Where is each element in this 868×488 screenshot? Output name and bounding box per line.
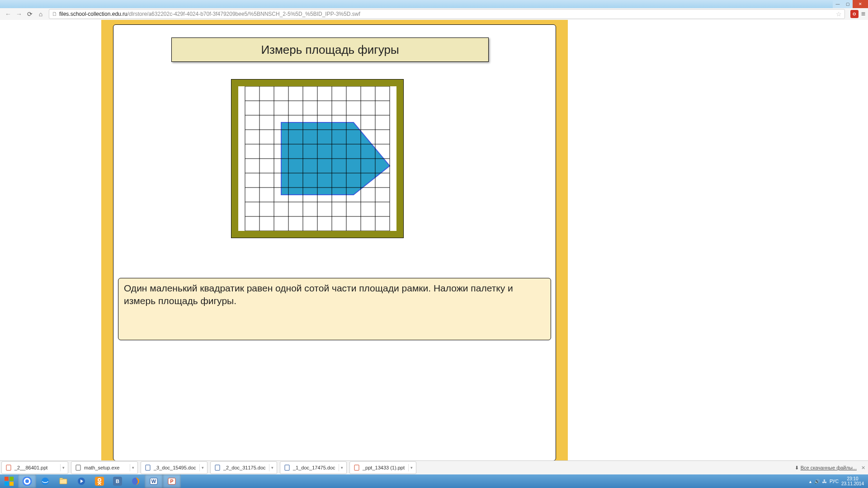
browser-toolbar: ← → ⟳ ⌂ 🗋 files.school-collection.edu.ru… <box>0 8 658 20</box>
reload-button[interactable]: ⟳ <box>25 9 34 19</box>
slide-background: Измерь площадь фигуры Один маленький ква… <box>101 20 568 369</box>
page-content: Измерь площадь фигуры Один маленький ква… <box>0 20 658 369</box>
address-bar[interactable]: 🗋 files.school-collection.edu.ru /dlrsto… <box>49 9 658 19</box>
description-box: Один маленький квадратик равен одной сот… <box>118 278 551 340</box>
home-button[interactable]: ⌂ <box>36 9 45 19</box>
window-titlebar: — ▢ ✕ <box>0 0 658 8</box>
forward-button[interactable]: → <box>14 9 24 19</box>
back-button[interactable]: ← <box>4 9 13 19</box>
page-title: Измерь площадь фигуры <box>171 38 489 62</box>
address-path: /dlrstore/a632202c-429f-4024-b70f-3f4792… <box>127 11 360 17</box>
grid-frame <box>231 79 404 238</box>
slide-card: Измерь площадь фигуры Один маленький ква… <box>113 24 556 369</box>
grid-svg <box>238 86 396 231</box>
address-host: files.school-collection.edu.ru <box>59 11 127 17</box>
grid-canvas[interactable] <box>238 86 396 231</box>
